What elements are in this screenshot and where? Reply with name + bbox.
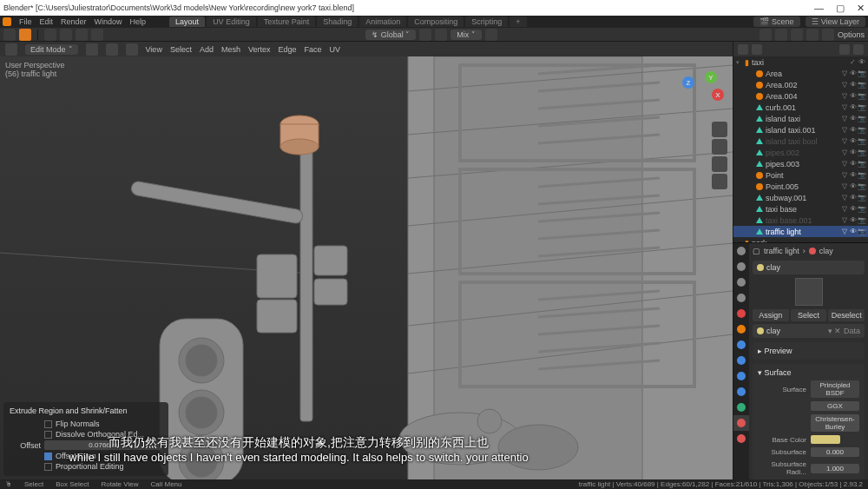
eye-icon[interactable]: 👁	[849, 103, 857, 111]
eye-icon[interactable]: 👁	[849, 115, 857, 122]
outliner-item[interactable]: pipes.003▽👁📷	[733, 158, 868, 169]
props-tab-particles[interactable]	[733, 353, 749, 368]
editor-type-icon[interactable]	[5, 43, 17, 56]
render-icon[interactable]: 📷	[858, 216, 865, 224]
overlay-dropdown-icon[interactable]	[822, 29, 834, 41]
render-icon[interactable]: 📷	[858, 115, 865, 122]
options-dropdown[interactable]: Options	[838, 30, 865, 39]
eye-icon[interactable]: 👁	[849, 92, 857, 100]
outliner-item[interactable]: island taxi bool▽👁📷	[733, 135, 868, 147]
face-mode-icon[interactable]	[76, 29, 88, 41]
outliner-item[interactable]: Point▽👁📷	[733, 169, 868, 181]
offset-even-checkbox[interactable]	[44, 453, 52, 460]
eye-icon[interactable]: 👁	[849, 228, 857, 235]
outliner-item[interactable]: taxi base▽👁📷	[733, 203, 868, 215]
material-slot[interactable]: clay	[753, 261, 865, 274]
menu-render[interactable]: Render	[61, 17, 87, 26]
scene-pill[interactable]: 🎬Scene	[753, 17, 800, 27]
maximize-button[interactable]: ▢	[836, 3, 845, 14]
axis-x-icon[interactable]: X	[712, 89, 724, 101]
vp-menu-view[interactable]: View	[146, 45, 162, 54]
tab-texture[interactable]: Texture Paint	[258, 17, 316, 27]
render-icon[interactable]: 📷	[858, 228, 865, 235]
dissolve-checkbox[interactable]	[44, 431, 52, 439]
eye-icon[interactable]: 👁	[849, 194, 857, 202]
props-tab-modifier[interactable]	[733, 337, 749, 353]
preview-header[interactable]: ▸ Preview	[753, 345, 865, 357]
props-tab-view[interactable]	[733, 274, 749, 290]
props-tab-world[interactable]	[733, 306, 749, 321]
render-icon[interactable]: 📷	[858, 103, 865, 111]
eye-icon[interactable]: 👁	[849, 81, 857, 89]
render-icon[interactable]: 📷	[858, 149, 865, 156]
axis-y-icon[interactable]: Y	[705, 71, 717, 83]
render-icon[interactable]: 📷	[858, 205, 865, 213]
outliner-item[interactable]: Area.002▽👁📷	[733, 79, 868, 90]
outliner-item[interactable]: taxi base.001▽👁📷	[733, 215, 868, 226]
ortho-icon[interactable]	[712, 174, 727, 189]
outliner-item[interactable]: subway.001▽👁📷	[733, 192, 868, 203]
menu-file[interactable]: File	[19, 17, 32, 26]
eye-icon[interactable]: 👁	[849, 216, 857, 224]
outliner[interactable]: ▾▮taxi✓👁 Area▽👁📷Area.002▽👁📷Area.004▽👁📷cu…	[733, 42, 868, 243]
move-tool-icon[interactable]	[19, 29, 31, 41]
zoom-icon[interactable]	[712, 122, 727, 137]
snap-toggle-icon[interactable]	[435, 29, 447, 41]
xray-icon[interactable]	[791, 29, 803, 41]
surface-header[interactable]: ▾ Surface	[753, 367, 865, 379]
mode-dropdown[interactable]: Edit Mode ˅	[25, 44, 78, 55]
proportional-checkbox[interactable]	[44, 463, 52, 471]
props-tab-render[interactable]	[733, 243, 749, 259]
vp-menu-mesh[interactable]: Mesh	[221, 45, 240, 54]
render-icon[interactable]: 📷	[858, 160, 865, 168]
props-tab-material[interactable]	[733, 415, 749, 431]
camera-icon[interactable]	[712, 156, 727, 172]
minimize-button[interactable]: —	[814, 3, 824, 14]
face-select-icon[interactable]	[126, 43, 138, 56]
overlay-icon1[interactable]	[760, 29, 772, 41]
tab-add[interactable]: +	[510, 17, 526, 27]
outliner-type-icon[interactable]	[738, 44, 748, 55]
outliner-item[interactable]: pipes.002▽👁📷	[733, 147, 868, 158]
flip-normals-checkbox[interactable]	[44, 420, 52, 428]
vp-menu-face[interactable]: Face	[304, 45, 321, 54]
vp-menu-select[interactable]: Select	[170, 45, 192, 54]
render-icon[interactable]: 📷	[858, 69, 865, 77]
menu-edit[interactable]: Edit	[40, 17, 54, 26]
tab-comp[interactable]: Compositing	[408, 17, 464, 27]
value-slider[interactable]: 0.000	[811, 447, 859, 457]
gizmo-icon[interactable]	[806, 29, 819, 41]
vert-mode-icon[interactable]	[44, 29, 56, 41]
select-button[interactable]: Select	[791, 309, 827, 321]
value-slider[interactable]: Christensen-Burley	[811, 414, 859, 432]
props-tab-output[interactable]	[733, 259, 749, 274]
vp-menu-uv[interactable]: UV	[330, 45, 341, 54]
menu-window[interactable]: Window	[95, 17, 122, 26]
render-icon[interactable]: 📷	[858, 171, 865, 179]
3d-viewport[interactable]: Edit Mode ˅ View Select Add Mesh Vertex …	[0, 42, 733, 479]
tab-anim[interactable]: Animation	[359, 17, 406, 27]
nav-gizmo[interactable]: X Y Z	[679, 71, 724, 116]
outliner-item[interactable]: traffic light▽👁📷	[733, 226, 868, 237]
eye-icon[interactable]: 👁	[849, 149, 857, 156]
render-icon[interactable]: 📷	[858, 137, 865, 145]
snap-icon[interactable]	[91, 29, 103, 41]
eye-icon[interactable]: 👁	[849, 160, 857, 168]
axis-z-icon[interactable]: Z	[682, 76, 694, 89]
deselect-button[interactable]: Deselect	[828, 309, 865, 321]
render-icon[interactable]: 📷	[858, 194, 865, 202]
outliner-collection[interactable]: ▾▮taxi✓👁	[733, 56, 868, 68]
viewlayer-pill[interactable]: ☰View Layer	[806, 17, 865, 27]
outliner-item[interactable]: island taxi▽👁📷	[733, 113, 868, 124]
edge-select-icon[interactable]	[106, 43, 118, 56]
material-name-field[interactable]: clay ▾ ✕ Data	[753, 324, 865, 338]
vp-menu-add[interactable]: Add	[200, 45, 214, 54]
vp-menu-vertex[interactable]: Vertex	[248, 45, 271, 54]
outliner-item[interactable]: Area▽👁📷	[733, 68, 868, 79]
value-slider[interactable]: GGX	[811, 401, 859, 411]
redo-panel[interactable]: Extrude Region and Shrink/Fatten Flip No…	[3, 402, 168, 476]
menu-help[interactable]: Help	[130, 17, 147, 26]
offset-slider[interactable]: 0.0766 m	[44, 440, 162, 450]
props-tab-constraint[interactable]	[733, 384, 749, 400]
props-tab-data[interactable]	[733, 400, 749, 415]
